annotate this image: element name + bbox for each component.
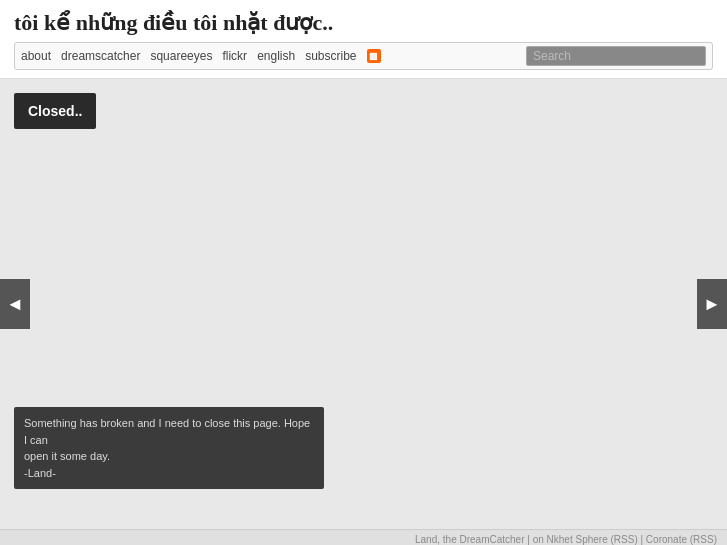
footer: Land, the DreamCatcher | on Nkhet Sphere… — [0, 529, 727, 545]
header: tôi kể những điều tôi nhặt được.. about … — [0, 0, 727, 79]
main-content: Closed.. ◄ ► Something has broken and I … — [0, 79, 727, 529]
nav-link-english[interactable]: english — [257, 49, 295, 63]
nav-link-dreamscatcher[interactable]: dreamscatcher — [61, 49, 140, 63]
nav-bar: about dreamscatcher squareeyes flickr en… — [14, 42, 713, 70]
footer-text: Land, the DreamCatcher | on Nkhet Sphere… — [415, 534, 717, 545]
bottom-message-line1: Something has broken and I need to close… — [24, 417, 310, 446]
nav-link-flickr[interactable]: flickr — [222, 49, 247, 63]
nav-links: about dreamscatcher squareeyes flickr en… — [21, 49, 381, 63]
nav-link-subscribe[interactable]: subscribe — [305, 49, 356, 63]
closed-badge: Closed.. — [14, 93, 96, 129]
bottom-message: Something has broken and I need to close… — [14, 407, 324, 489]
search-input[interactable] — [526, 46, 706, 66]
nav-link-about[interactable]: about — [21, 49, 51, 63]
bottom-message-line3: -Land- — [24, 467, 56, 479]
next-arrow[interactable]: ► — [697, 279, 727, 329]
nav-link-squareeyes[interactable]: squareeyes — [150, 49, 212, 63]
bottom-message-line2: open it some day. — [24, 450, 110, 462]
rss-icon[interactable]: ▩ — [367, 49, 381, 63]
prev-arrow[interactable]: ◄ — [0, 279, 30, 329]
site-title: tôi kể những điều tôi nhặt được.. — [14, 10, 713, 36]
